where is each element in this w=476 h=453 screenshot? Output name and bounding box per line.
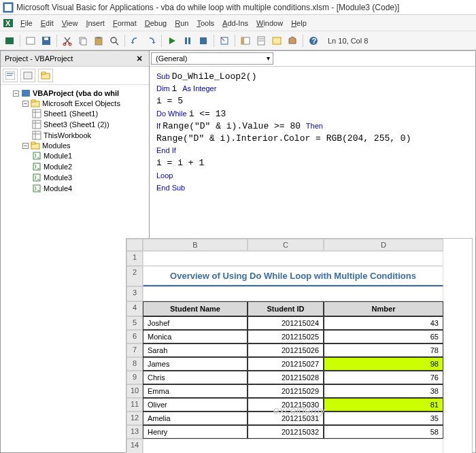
tree-module-item[interactable]: Module4 <box>3 183 146 194</box>
cell-number[interactable]: 58 <box>324 425 443 439</box>
row-header[interactable]: 13 <box>126 425 143 439</box>
menu-insert[interactable]: Insert <box>82 18 109 29</box>
cell-id[interactable]: 201215032 <box>248 425 324 439</box>
row-header[interactable]: 8 <box>126 357 143 371</box>
tree-root[interactable]: − VBAProject (vba do whil <box>3 88 146 99</box>
pause-button[interactable] <box>181 34 194 48</box>
row-header[interactable]: 3 <box>126 286 143 301</box>
corner-cell[interactable] <box>126 239 143 251</box>
cell-id[interactable]: 201215030 <box>248 398 324 412</box>
cell-name[interactable]: Amelia <box>143 412 248 425</box>
cell[interactable] <box>143 439 443 453</box>
cell-name[interactable]: Emma <box>143 384 248 398</box>
tree-module-item[interactable]: Module2 <box>3 161 146 172</box>
insert-button[interactable] <box>24 34 37 48</box>
cell-name[interactable]: Sarah <box>143 343 248 357</box>
project-explorer-button[interactable] <box>239 34 252 48</box>
row-header[interactable]: 2 <box>126 266 143 286</box>
cell[interactable] <box>143 251 443 266</box>
row-header[interactable]: 5 <box>126 316 143 330</box>
cell-name[interactable]: James <box>143 357 248 371</box>
tree-sheet-item[interactable]: Sheet3 (Sheet1 (2)) <box>3 119 146 130</box>
menu-window[interactable]: Window <box>252 18 287 29</box>
redo-button[interactable] <box>144 34 158 48</box>
help-button[interactable]: ? <box>307 34 320 48</box>
design-mode-button[interactable] <box>218 34 231 48</box>
copy-button[interactable] <box>76 34 90 48</box>
menu-help[interactable]: Help <box>287 18 311 29</box>
cell-number[interactable]: 98 <box>324 357 443 371</box>
cell-name[interactable]: Henry <box>143 425 248 439</box>
collapse-icon[interactable]: − <box>22 143 29 149</box>
close-icon[interactable]: × <box>134 53 145 64</box>
cell-name[interactable]: Joshef <box>143 316 248 330</box>
menu-bar: X FileEditViewInsertFormatDebugRunToolsA… <box>0 15 476 31</box>
row-header[interactable]: 12 <box>126 412 143 425</box>
cell-number[interactable]: 38 <box>324 384 443 398</box>
col-header[interactable]: D <box>324 239 443 251</box>
cell-id[interactable]: 201215026 <box>248 343 324 357</box>
title-bar: Microsoft Visual Basic for Applications … <box>0 0 476 15</box>
view-code-button[interactable] <box>3 69 18 82</box>
view-object-button[interactable] <box>20 69 35 82</box>
cell-id[interactable]: 201215027 <box>248 357 324 371</box>
collapse-icon[interactable]: − <box>13 90 19 97</box>
cut-button[interactable] <box>61 34 74 48</box>
menu-add-ins[interactable]: Add-Ins <box>218 18 252 29</box>
menu-format[interactable]: Format <box>109 18 141 29</box>
tree-folder-objects[interactable]: − Microsoft Excel Objects <box>3 99 146 108</box>
toolbox-button[interactable] <box>286 34 299 48</box>
cell-id[interactable]: 201215025 <box>248 330 324 343</box>
cell-id[interactable]: 201215024 <box>248 316 324 330</box>
cell-number[interactable]: 81 <box>324 398 443 412</box>
cell-number[interactable]: 78 <box>324 343 443 357</box>
save-button[interactable] <box>39 34 53 48</box>
cell-id[interactable]: 201215028 <box>248 371 324 384</box>
cell-number[interactable]: 76 <box>324 371 443 384</box>
run-button[interactable] <box>165 34 179 48</box>
menu-debug[interactable]: Debug <box>141 18 171 29</box>
cell-name[interactable]: Chris <box>143 371 248 384</box>
cell-name[interactable]: Oliver <box>143 398 248 412</box>
undo-button[interactable] <box>129 34 142 48</box>
paste-button[interactable] <box>92 34 105 48</box>
properties-button[interactable] <box>254 34 268 48</box>
row-header[interactable]: 9 <box>126 371 143 384</box>
cell[interactable] <box>143 286 443 301</box>
cell-name[interactable]: Monica <box>143 330 248 343</box>
row-header[interactable]: 7 <box>126 343 143 357</box>
row-header[interactable]: 4 <box>126 301 143 316</box>
menu-edit[interactable]: Edit <box>37 18 58 29</box>
svg-rect-25 <box>273 37 281 44</box>
object-dropdown[interactable]: (General) <box>151 52 273 65</box>
menu-file[interactable]: File <box>16 18 37 29</box>
object-browser-button[interactable] <box>270 34 284 48</box>
collapse-icon[interactable]: − <box>22 101 29 107</box>
find-button[interactable] <box>107 34 121 48</box>
menu-tools[interactable]: Tools <box>192 18 218 29</box>
tree-sheet-item[interactable]: ThisWorkbook <box>3 130 146 141</box>
cell-id[interactable]: 201215029 <box>248 384 324 398</box>
row-header[interactable]: 1 <box>126 251 143 266</box>
tree-module-item[interactable]: Module3 <box>3 172 146 183</box>
cell-number[interactable]: 65 <box>324 330 443 343</box>
excel-icon[interactable]: X <box>3 18 15 29</box>
stop-button[interactable] <box>197 34 210 48</box>
code-editor[interactable]: Sub Do_While_Loop2() Dim i As Integer i … <box>150 67 475 199</box>
row-header[interactable]: 11 <box>126 398 143 412</box>
toggle-folders-button[interactable] <box>38 69 53 82</box>
tree-sheet-item[interactable]: Sheet1 (Sheet1) <box>3 108 146 119</box>
cell-id[interactable]: 201215031 <box>248 412 324 425</box>
view-excel-button[interactable] <box>3 34 16 48</box>
row-header[interactable]: 10 <box>126 384 143 398</box>
menu-view[interactable]: View <box>58 18 82 29</box>
col-header[interactable]: C <box>248 239 324 251</box>
col-header[interactable]: B <box>143 239 248 251</box>
row-header[interactable]: 6 <box>126 330 143 343</box>
tree-module-item[interactable]: Module1 <box>3 150 146 161</box>
cell-number[interactable]: 43 <box>324 316 443 330</box>
row-header[interactable]: 14 <box>126 439 143 453</box>
tree-folder-modules[interactable]: − Modules <box>3 141 146 150</box>
cell-number[interactable]: 35 <box>324 412 443 425</box>
menu-run[interactable]: Run <box>171 18 192 29</box>
